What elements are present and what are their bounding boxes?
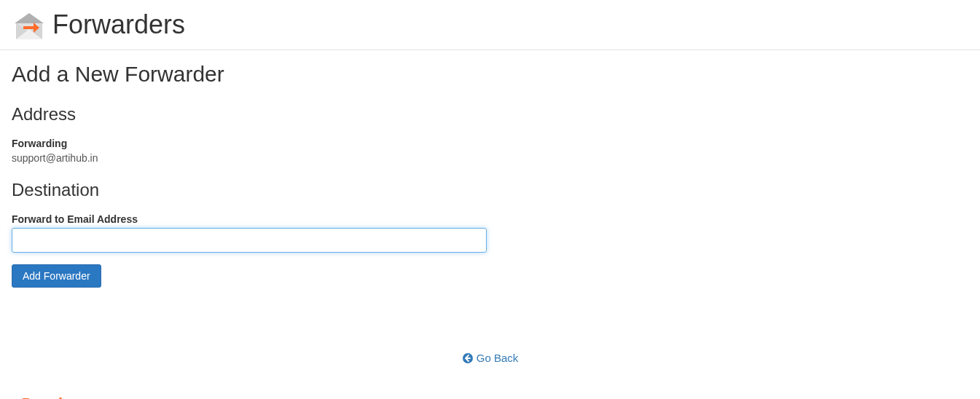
arrow-left-circle-icon (462, 352, 474, 364)
add-forwarder-button[interactable]: Add Forwarder (12, 264, 101, 288)
footer-left: cPanel 78.0.38 (12, 395, 94, 400)
forward-to-label: Forward to Email Address (12, 213, 968, 225)
page-header: Forwarders (0, 0, 980, 50)
cpanel-logo: cPanel (12, 395, 61, 400)
page-title: Forwarders (52, 9, 185, 40)
section-title: Add a New Forwarder (12, 62, 968, 87)
forwarders-icon (12, 7, 47, 42)
forwarding-value: support@artihub.in (12, 152, 968, 164)
svg-marker-0 (15, 13, 44, 23)
go-back-text: Go Back (477, 352, 519, 364)
go-back-link[interactable]: Go Back (462, 352, 519, 364)
forwarding-label: Forwarding (12, 138, 968, 149)
go-back-wrap: Go Back (12, 352, 968, 367)
footer: cPanel 78.0.38 Home Trademarks Privacy P… (0, 380, 980, 400)
address-heading: Address (12, 104, 968, 125)
forward-to-input[interactable] (12, 228, 487, 253)
content-area: Add a New Forwarder Address Forwarding s… (0, 50, 980, 367)
destination-heading: Destination (12, 180, 968, 200)
